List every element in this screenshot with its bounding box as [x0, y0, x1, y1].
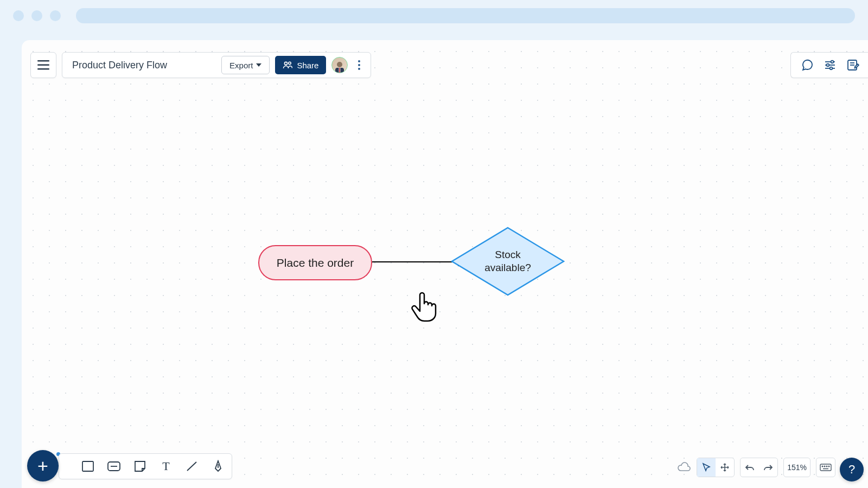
- rectangle-icon: [82, 461, 94, 472]
- node-place-order[interactable]: Place the order: [258, 245, 372, 280]
- node-label: Place the order: [277, 256, 354, 269]
- cursor-icon: [701, 463, 711, 472]
- pen-tool-button[interactable]: [211, 459, 225, 473]
- browser-chrome: [0, 0, 868, 31]
- svg-point-28: [822, 466, 823, 467]
- redo-icon: [763, 464, 773, 471]
- shape-toolbar: T: [59, 453, 232, 479]
- zoom-display[interactable]: 151%: [783, 458, 810, 477]
- card-icon: [107, 461, 120, 471]
- shape-card-button[interactable]: [107, 459, 121, 473]
- svg-text:T: T: [162, 460, 170, 472]
- svg-rect-21: [82, 461, 93, 471]
- plus-icon: +: [37, 455, 48, 477]
- line-icon: [186, 460, 199, 473]
- document-title[interactable]: Product Delivery Flow: [72, 60, 216, 71]
- svg-point-3: [285, 62, 288, 65]
- traffic-light-dot: [50, 10, 61, 21]
- comment-button[interactable]: [801, 59, 814, 72]
- caret-down-icon: [256, 63, 261, 67]
- sticky-note-icon: [134, 460, 146, 472]
- node-label: Stock available?: [451, 227, 565, 296]
- cursor-mode-group: [697, 458, 735, 477]
- svg-point-14: [830, 67, 833, 70]
- people-icon: [283, 61, 292, 69]
- svg-point-31: [828, 466, 829, 467]
- traffic-light-dot: [31, 10, 42, 21]
- keyboard-button[interactable]: [816, 458, 835, 477]
- hamburger-menu-button[interactable]: [30, 52, 56, 78]
- sliders-icon: [824, 59, 837, 71]
- node-stock-decision[interactable]: Stock available?: [451, 227, 565, 296]
- svg-point-5: [337, 62, 342, 67]
- svg-point-29: [824, 466, 825, 467]
- more-menu-button[interactable]: [353, 56, 365, 74]
- svg-rect-1: [37, 65, 49, 66]
- help-icon: ?: [848, 463, 855, 477]
- hamburger-icon: [37, 60, 49, 70]
- svg-point-30: [826, 466, 827, 467]
- shape-rectangle-button[interactable]: [81, 459, 95, 473]
- edit-note-icon: [846, 59, 859, 72]
- add-shape-fab[interactable]: +: [27, 450, 59, 481]
- line-tool-button[interactable]: [185, 459, 199, 473]
- canvas[interactable]: Product Delivery Flow Export Share: [22, 40, 868, 488]
- move-icon: [720, 463, 730, 472]
- redo-button[interactable]: [759, 458, 777, 477]
- pen-icon: [212, 460, 224, 473]
- svg-rect-2: [37, 68, 49, 70]
- svg-rect-27: [820, 464, 831, 471]
- svg-point-10: [831, 61, 834, 63]
- undo-redo-group: [740, 458, 778, 477]
- svg-point-4: [289, 62, 291, 64]
- address-bar[interactable]: [76, 8, 855, 23]
- text-tool-button[interactable]: T: [159, 459, 173, 473]
- zoom-level: 151%: [784, 463, 810, 472]
- traffic-light-dot: [13, 10, 24, 21]
- export-button[interactable]: Export: [221, 56, 270, 74]
- sync-status[interactable]: [677, 462, 691, 473]
- help-button[interactable]: ?: [840, 458, 864, 481]
- avatar[interactable]: [331, 57, 348, 73]
- share-label: Share: [297, 61, 318, 70]
- export-label: Export: [229, 61, 253, 70]
- document-toolbar: Product Delivery Flow Export Share: [62, 52, 371, 78]
- shape-note-button[interactable]: [133, 459, 147, 473]
- cloud-icon: [677, 462, 691, 473]
- text-icon: T: [161, 460, 171, 472]
- settings-button[interactable]: [824, 59, 837, 71]
- svg-line-25: [187, 462, 196, 471]
- avatar-icon: [333, 60, 346, 73]
- notes-button[interactable]: [846, 59, 859, 72]
- svg-point-12: [827, 64, 829, 67]
- view-controls: 151%: [677, 455, 835, 479]
- hand-cursor-icon: [410, 291, 438, 323]
- select-mode-button[interactable]: [697, 458, 716, 477]
- undo-icon: [745, 464, 755, 471]
- share-button[interactable]: Share: [275, 56, 326, 74]
- pan-mode-button[interactable]: [716, 458, 734, 477]
- svg-rect-0: [37, 60, 49, 62]
- svg-rect-8: [340, 68, 341, 73]
- keyboard-icon: [820, 464, 832, 471]
- undo-button[interactable]: [741, 458, 759, 477]
- right-toolbar: [790, 52, 868, 78]
- speech-bubble-icon: [801, 59, 814, 72]
